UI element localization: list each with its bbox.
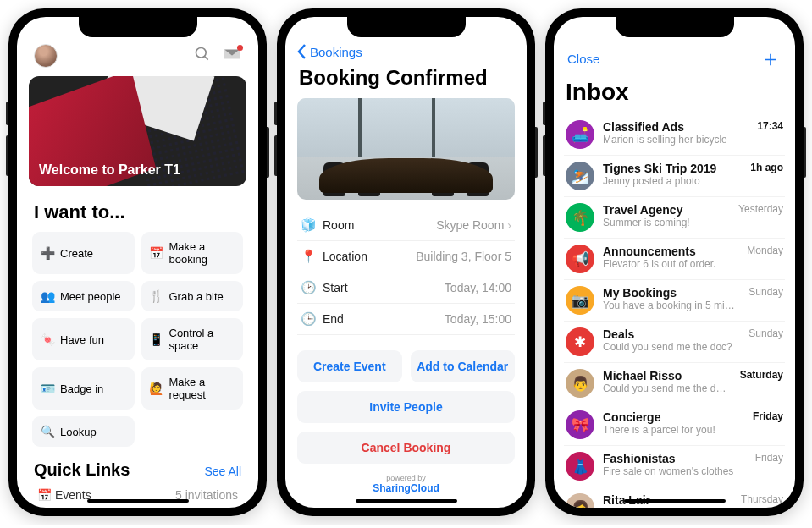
screen-booking: Bookings Booking Confirmed 🧊RoomSkype Ro…	[285, 17, 527, 508]
search-icon[interactable]	[194, 46, 211, 66]
inbox-title: Deals	[603, 327, 735, 341]
deals-icon: ✱	[566, 327, 594, 356]
inbox-deals[interactable]: ✱ Deals Could you send me the doc? Sunda…	[564, 322, 785, 363]
action-have-fun[interactable]: 🍬Have fun	[32, 318, 135, 360]
home-indicator[interactable]	[624, 499, 726, 503]
classified-ads-icon: 🛋️	[566, 120, 594, 149]
section-title: I want to...	[29, 198, 246, 232]
room-image	[297, 98, 515, 200]
inbox-fashionistas[interactable]: 👗 Fashionistas Fire sale on women's clot…	[564, 446, 785, 487]
detail-label: Room	[323, 218, 354, 232]
action-label: Create	[60, 247, 93, 260]
action-make-booking[interactable]: 📅Make a booking	[141, 232, 244, 274]
detail-start: 🕑StartToday, 14:00	[297, 272, 515, 304]
inbox-time: Friday	[753, 410, 783, 422]
detail-end: 🕒EndToday, 15:00	[297, 304, 515, 335]
badge-in-icon: 🪪	[41, 382, 54, 395]
inbox-rita-lair[interactable]: 👩 Rita Lair OK with me. Thursday	[564, 487, 785, 508]
inbox-title: Michael Risso	[603, 369, 726, 382]
action-make-request[interactable]: 🙋Make a request	[141, 367, 244, 410]
clock-icon: 🕒	[301, 311, 316, 327]
create-event-button[interactable]: Create Event	[297, 350, 402, 382]
powered-by: powered by SharingCloud	[297, 474, 515, 494]
create-icon: ➕	[41, 246, 54, 260]
quick-link-label: Events	[55, 488, 91, 502]
close-button[interactable]: Close	[567, 52, 599, 66]
action-grab-bite[interactable]: 🍴Grab a bite	[141, 281, 244, 311]
add-calendar-button[interactable]: Add to Calendar	[411, 350, 516, 382]
action-badge-in[interactable]: 🪪Badge in	[32, 367, 135, 410]
have-fun-icon: 🍬	[41, 333, 54, 346]
inbox-my-bookings[interactable]: 📷 My Bookings You have a booking in 5 mi…	[564, 280, 785, 322]
announcements-icon: 📢	[566, 245, 594, 273]
action-control-space[interactable]: 📱Control a space	[141, 318, 244, 360]
compose-button[interactable]: ＋	[760, 44, 782, 74]
detail-value: Today, 14:00	[445, 281, 511, 294]
travel-agency-icon: 🌴	[566, 203, 594, 232]
inbox-time: 17:34	[757, 120, 783, 132]
brand-label: SharingCloud	[297, 482, 515, 494]
michael-risso-icon: 👨	[566, 369, 594, 398]
action-label: Badge in	[60, 382, 103, 395]
hero-card[interactable]: Welcome to Parker T1	[29, 76, 246, 186]
inbox-subtitle: You have a booking in 5 minutes	[603, 300, 735, 311]
notification-dot	[237, 45, 243, 51]
inbox-title: Inbox	[564, 79, 785, 114]
inbox-title: My Bookings	[603, 286, 735, 300]
inbox-time: Yesterday	[738, 203, 783, 215]
inbox-classified-ads[interactable]: 🛋️ Classified Ads Marion is selling her …	[564, 114, 785, 156]
detail-label: Start	[323, 281, 348, 294]
action-label: Lookup	[60, 426, 97, 438]
see-all-link[interactable]: See All	[204, 465, 241, 478]
pin-icon: 📍	[301, 249, 316, 264]
inbox-announcements[interactable]: 📢 Announcements Elevator 6 is out of ord…	[564, 239, 785, 280]
ski-trip-icon: ⛷️	[566, 162, 594, 190]
home-indicator[interactable]	[356, 499, 457, 503]
calendar-icon: 📅	[37, 488, 52, 502]
inbox-subtitle: Marion is selling her bicycle	[603, 134, 743, 146]
rita-lair-icon: 👩	[566, 493, 594, 508]
inbox-time: Saturday	[740, 369, 783, 381]
home-indicator[interactable]	[87, 499, 189, 503]
inbox-subtitle: OK with me.	[603, 507, 727, 508]
inbox-subtitle: Fire sale on women's clothes	[603, 465, 742, 477]
action-meet-people[interactable]: 👥Meet people	[32, 281, 135, 311]
inbox-subtitle: Summer is coming!	[603, 217, 725, 228]
inbox-time: Sunday	[748, 286, 783, 298]
phone-inbox: Close ＋ Inbox 🛋️ Classified Ads Marion i…	[545, 8, 804, 516]
inbox-concierge[interactable]: 🎀 Concierge There is a parcel for you! F…	[564, 404, 785, 446]
inbox-subtitle: Could you send me the doc?	[603, 341, 735, 353]
action-label: Meet people	[60, 290, 121, 303]
lookup-icon: 🔍	[41, 425, 54, 438]
inbox-time: Thursday	[741, 493, 783, 505]
action-create[interactable]: ➕Create	[32, 232, 135, 274]
make-booking-icon: 📅	[150, 246, 163, 260]
inbox-title: Announcements	[603, 245, 733, 258]
inbox-time: Friday	[755, 452, 783, 464]
detail-value: Building 3, Floor 5	[416, 250, 511, 263]
inbox-ski-trip[interactable]: ⛷️ Tignes Ski Trip 2019 Jenny posted a p…	[564, 156, 785, 197]
inbox-travel-agency[interactable]: 🌴 Travel Agency Summer is coming! Yester…	[564, 197, 785, 239]
grab-bite-icon: 🍴	[150, 289, 163, 303]
detail-label: Location	[323, 250, 367, 263]
hero-title: Welcome to Parker T1	[39, 162, 180, 178]
invite-people-button[interactable]: Invite People	[297, 391, 515, 423]
inbox-michael-risso[interactable]: 👨 Michael Risso Could you send me the do…	[564, 363, 785, 404]
meet-people-icon: 👥	[41, 289, 54, 303]
inbox-time: Sunday	[748, 327, 783, 339]
concierge-icon: 🎀	[566, 410, 594, 439]
inbox-title: Travel Agency	[603, 203, 725, 217]
fashionistas-icon: 👗	[566, 452, 594, 481]
svg-point-0	[196, 48, 207, 58]
back-button[interactable]: Bookings	[297, 44, 515, 66]
action-label: Have fun	[60, 333, 104, 346]
phone-booking: Bookings Booking Confirmed 🧊RoomSkype Ro…	[277, 8, 535, 516]
detail-room[interactable]: 🧊RoomSkype Room›	[297, 210, 515, 241]
action-lookup[interactable]: 🔍Lookup	[32, 416, 135, 447]
powered-label: powered by	[297, 474, 515, 482]
cancel-booking-button[interactable]: Cancel Booking	[297, 432, 515, 464]
inbox-icon[interactable]	[223, 47, 241, 65]
phone-home: Welcome to Parker T1 I want to... ➕Creat…	[8, 8, 267, 516]
inbox-subtitle: Elevator 6 is out of order.	[603, 258, 733, 270]
avatar[interactable]	[34, 44, 58, 68]
